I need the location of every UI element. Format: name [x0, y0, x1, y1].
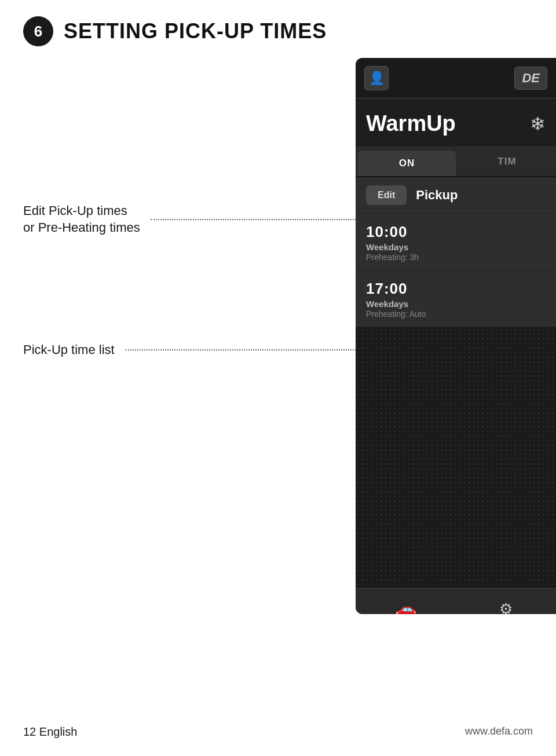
logo-badge: DE	[514, 67, 547, 90]
page-title: SETTING PICK-UP TIMES	[64, 19, 327, 43]
annotation-2: Pick-Up time list	[23, 342, 356, 359]
time-value-2: 17:00	[366, 280, 546, 298]
annotation-1-text-line2: or Pre-Heating times	[23, 220, 140, 236]
time-item-2[interactable]: 17:00 Weekdays Preheating: Auto	[356, 271, 556, 327]
tab-on[interactable]: ON	[358, 151, 456, 176]
snowflake-icon: ❄	[530, 113, 546, 135]
footer-page-number: 12 English	[23, 725, 77, 739]
edit-row: Edit Pickup	[356, 177, 556, 214]
time-preheating-1: Preheating: 3h	[366, 253, 546, 262]
time-value-1: 10:00	[366, 223, 546, 241]
tab-timer[interactable]: TIM	[458, 147, 556, 176]
footer-url: www.defa.com	[465, 725, 533, 739]
phone-topbar: 👤 DE	[356, 58, 556, 98]
time-days-1: Weekdays	[366, 242, 546, 252]
annotation-1-text-line1: Edit Pick-Up times	[23, 203, 140, 220]
time-preheating-2: Preheating: Auto	[366, 309, 546, 319]
annotation-1: Edit Pick-Up times or Pre-Heating times	[23, 203, 356, 236]
step-number: 6	[23, 16, 53, 46]
pickup-label: Pickup	[416, 188, 458, 203]
alc-icon: ⚙	[499, 600, 513, 615]
phone-navbar: 🚗 Dashboard ⚙ Alc	[356, 588, 556, 614]
dotted-line-1	[151, 219, 356, 220]
warmup-header: WarmUp ❄	[356, 98, 556, 147]
main-content: Edit Pick-Up times or Pre-Heating times …	[0, 58, 556, 70]
edit-button[interactable]: Edit	[366, 185, 407, 205]
profile-button[interactable]: 👤	[364, 66, 389, 90]
warmup-title: WarmUp	[366, 111, 456, 136]
phone-panel: 👤 DE WarmUp ❄ ON TIM Edit Pickup 10:00 W…	[356, 58, 556, 614]
time-item-1[interactable]: 10:00 Weekdays Preheating: 3h	[356, 214, 556, 271]
car-icon: 🚗	[395, 599, 416, 615]
phone-bottom-area	[356, 327, 556, 588]
time-days-2: Weekdays	[366, 299, 546, 309]
dotted-line-2	[125, 349, 356, 350]
tab-bar: ON TIM	[356, 147, 556, 177]
page-header: 6 SETTING PICK-UP TIMES	[0, 0, 556, 58]
annotation-2-text: Pick-Up time list	[23, 342, 115, 359]
nav-item-alc[interactable]: ⚙ Alc	[456, 600, 556, 615]
profile-icon: 👤	[369, 71, 385, 86]
nav-item-dashboard[interactable]: 🚗 Dashboard	[356, 599, 456, 615]
page-footer: 12 English www.defa.com	[0, 725, 556, 739]
